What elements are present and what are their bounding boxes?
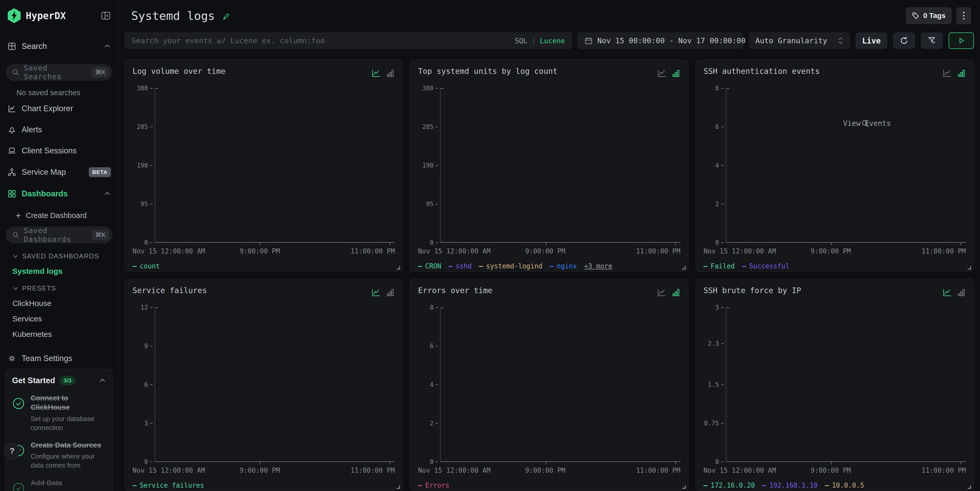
chevron-up-icon[interactable] bbox=[99, 378, 106, 383]
date-range-picker[interactable]: Nov 15 00:00:00 - Nov 17 00:00:00 bbox=[578, 32, 743, 49]
chart-plot-area[interactable] bbox=[155, 88, 395, 243]
saved-dashboards-input[interactable]: Saved Dashboards ⌘K bbox=[6, 226, 113, 243]
refresh-button[interactable] bbox=[893, 32, 915, 49]
resize-handle[interactable] bbox=[968, 485, 971, 489]
view-events-overlay[interactable]: View Events bbox=[840, 119, 891, 128]
x-axis-labels: Nov 15 12:00:00 AM9:00:00 PM11:00:00 PM bbox=[703, 465, 966, 477]
help-button[interactable]: ? bbox=[4, 443, 20, 459]
chart-title: Errors over time bbox=[418, 286, 492, 295]
sidebar-item-clickhouse[interactable]: ClickHouse bbox=[0, 292, 118, 308]
legend-item[interactable]: —CRON bbox=[418, 262, 441, 270]
resize-handle[interactable] bbox=[968, 266, 971, 269]
x-tick-mark bbox=[546, 462, 546, 464]
y-tick-label: 190 bbox=[137, 162, 153, 169]
legend-item[interactable]: —nginx bbox=[550, 262, 577, 270]
section-header-label: PRESETS bbox=[22, 284, 56, 292]
line-view-icon[interactable] bbox=[371, 69, 382, 78]
lucene-mode-toggle[interactable]: Lucene bbox=[540, 37, 565, 45]
legend-item[interactable]: —192.168.1.10 bbox=[762, 481, 818, 489]
bar-view-icon[interactable] bbox=[957, 288, 966, 297]
sidebar-item-client-sessions[interactable]: Client Sessions bbox=[0, 140, 118, 161]
bar-view-icon[interactable] bbox=[672, 288, 681, 297]
tags-button[interactable]: 0 Tags bbox=[905, 7, 952, 24]
run-query-button[interactable] bbox=[948, 32, 974, 49]
y-tick-label: 0.75 bbox=[704, 420, 724, 427]
resize-handle[interactable] bbox=[682, 485, 686, 489]
tag-icon bbox=[912, 12, 920, 19]
event-search-input[interactable] bbox=[132, 36, 510, 45]
legend-item[interactable]: —Service failures bbox=[132, 481, 204, 489]
sidebar-item-systemd-logs[interactable]: Systemd logs bbox=[0, 260, 118, 276]
y-tick-label: 190 bbox=[422, 162, 438, 169]
chevron-up-icon[interactable] bbox=[104, 44, 111, 49]
line-view-icon[interactable] bbox=[942, 69, 953, 78]
chart-plot-area[interactable]: View Events bbox=[726, 88, 966, 243]
get-started-item[interactable]: Add Data Start sending logs, metrics, or… bbox=[12, 478, 106, 491]
x-axis-labels: Nov 15 12:00:00 AM9:00:00 PM11:00:00 PM bbox=[703, 246, 966, 257]
legend-item[interactable]: —count bbox=[132, 262, 160, 270]
sidebar-item-kubernetes[interactable]: Kubernetes bbox=[0, 323, 118, 338]
line-view-icon[interactable] bbox=[657, 288, 667, 297]
sidebar-item-chart-explorer[interactable]: Chart Explorer bbox=[0, 98, 118, 119]
bar-view-icon[interactable] bbox=[386, 69, 395, 78]
sidebar-item-alerts[interactable]: Alerts bbox=[0, 119, 118, 140]
x-axis-label: Nov 15 12:00:00 AM bbox=[132, 247, 205, 255]
y-tick-label: 2 bbox=[430, 420, 438, 427]
get-started-progress-badge: 3/3 bbox=[60, 376, 75, 385]
chart-plot-area[interactable] bbox=[440, 308, 680, 462]
legend-item[interactable]: —sshd bbox=[449, 262, 472, 270]
sql-mode-toggle[interactable]: SQL bbox=[515, 37, 527, 45]
plus-icon bbox=[15, 212, 22, 219]
legend-more-link[interactable]: +3 more bbox=[584, 262, 612, 270]
create-dashboard-button[interactable]: Create Dashboard bbox=[0, 205, 118, 220]
hyperdx-logo-icon bbox=[7, 8, 21, 23]
task-title: Connect to ClickHouse bbox=[30, 394, 106, 412]
bar-view-icon[interactable] bbox=[386, 288, 395, 297]
saved-searches-input[interactable]: Saved Searches ⌘K bbox=[6, 64, 113, 81]
sidebar-item-service-map[interactable]: Service Map BETA bbox=[0, 161, 118, 183]
legend-item[interactable]: —systemd-logind bbox=[479, 262, 542, 270]
line-view-icon[interactable] bbox=[657, 69, 667, 78]
chevron-up-icon[interactable] bbox=[104, 191, 111, 196]
presets-section-header[interactable]: PRESETS bbox=[0, 276, 118, 292]
x-tick-mark bbox=[260, 462, 261, 464]
get-started-item[interactable]: Connect to ClickHouse Set up your databa… bbox=[12, 394, 106, 432]
get-started-item[interactable]: Create Data Sources Configure where your… bbox=[12, 440, 106, 470]
chart-title: Log volume over time bbox=[132, 67, 226, 76]
sidebar-item-search[interactable]: Search bbox=[0, 35, 118, 57]
chart-plot-area[interactable] bbox=[726, 308, 966, 462]
legend-item[interactable]: —Failed bbox=[703, 262, 735, 270]
bar-view-icon[interactable] bbox=[672, 69, 681, 78]
saved-dashboards-section-header[interactable]: SAVED DASHBOARDS bbox=[0, 243, 118, 260]
filter-button[interactable] bbox=[921, 32, 943, 49]
legend-item[interactable]: —Errors bbox=[418, 481, 449, 489]
bar-view-icon[interactable] bbox=[957, 69, 966, 78]
dashboard-menu-button[interactable] bbox=[956, 7, 971, 24]
legend-item[interactable]: —172.16.0.20 bbox=[703, 481, 755, 489]
sidebar-item-team-settings[interactable]: Team Settings bbox=[0, 348, 118, 369]
edit-title-pencil-icon[interactable] bbox=[221, 12, 230, 21]
get-started-title: Get Started bbox=[12, 376, 55, 385]
live-button[interactable]: Live bbox=[856, 32, 887, 49]
granularity-select[interactable]: Auto Granularity bbox=[749, 32, 850, 49]
y-tick-label: 380 bbox=[422, 85, 438, 92]
y-tick-label: 8 bbox=[430, 304, 438, 311]
line-view-icon[interactable] bbox=[942, 288, 953, 297]
search-icon bbox=[12, 68, 19, 76]
chart-panel-ssh-brute-force: SSH brute force by IP 32.31.50.750 Nov 1… bbox=[695, 279, 974, 491]
resize-handle[interactable] bbox=[682, 266, 686, 269]
legend-item[interactable]: —10.0.0.5 bbox=[825, 481, 864, 489]
chart-plot-area[interactable] bbox=[440, 88, 680, 243]
sidebar-item-dashboards[interactable]: Dashboards bbox=[0, 183, 118, 205]
collapse-sidebar-icon[interactable] bbox=[100, 11, 111, 20]
refresh-icon bbox=[899, 36, 909, 46]
chart-plot-area[interactable] bbox=[155, 308, 395, 462]
legend-item[interactable]: —Successful bbox=[742, 262, 789, 270]
y-tick-label: 0 bbox=[715, 458, 724, 466]
resize-handle[interactable] bbox=[396, 266, 400, 269]
resize-handle[interactable] bbox=[396, 485, 400, 489]
sidebar-item-services[interactable]: Services bbox=[0, 308, 118, 323]
line-view-icon[interactable] bbox=[371, 288, 382, 297]
cmd-k-shortcut: ⌘K bbox=[92, 67, 109, 78]
y-tick-label: 0 bbox=[145, 239, 153, 246]
